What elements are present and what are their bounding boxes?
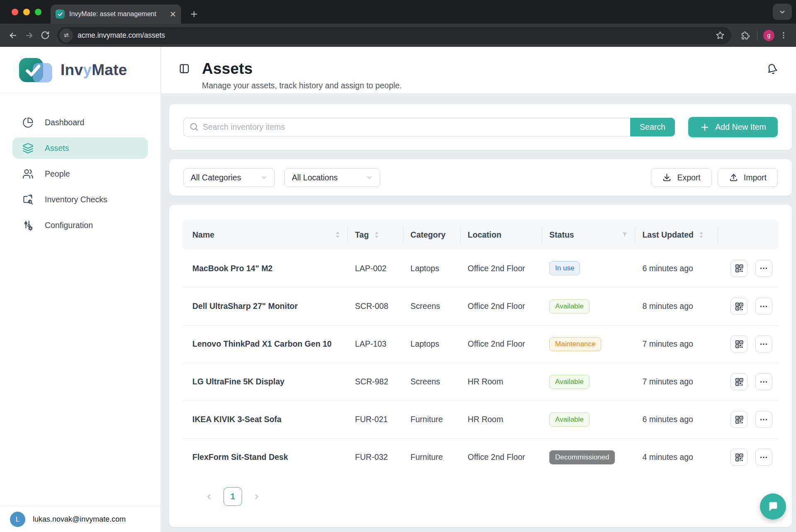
row-menu-button[interactable] [755,411,772,428]
sidebar: InvyMate Dashboard Assets [0,47,161,532]
sidebar-nav: Dashboard Assets People [0,93,160,240]
status-badge: Decommissioned [549,450,615,464]
asset-category: Screens [403,287,460,325]
row-menu-button[interactable] [755,298,772,315]
column-header-location[interactable]: Location [460,220,542,250]
url-bar[interactable]: acme.invymate.com/assets [57,27,731,44]
asset-category: Furniture [403,438,460,476]
extensions-icon[interactable] [739,29,751,41]
notifications-bell-icon[interactable] [765,62,779,76]
page-title: Assets [202,60,402,78]
window-close-button[interactable] [12,9,18,15]
table-row: IKEA KIVIK 3-Seat Sofa FUR-021 Furniture… [182,401,779,438]
filter-funnel-icon[interactable] [621,231,628,238]
search-button[interactable]: Search [630,118,675,136]
ellipsis-icon [759,340,768,349]
reload-icon[interactable] [39,29,51,41]
export-button[interactable]: Export [651,168,711,187]
plus-icon [700,122,710,132]
browser-tab[interactable]: InvyMate: asset management ✕ [51,5,181,24]
ellipsis-icon [759,453,768,462]
ellipsis-icon [759,302,768,311]
table-row: Lenovo ThinkPad X1 Carbon Gen 10 LAP-103… [182,325,779,363]
site-info-icon[interactable] [59,29,73,42]
back-icon[interactable] [7,29,19,42]
ellipsis-icon [759,377,768,386]
row-menu-button[interactable] [755,260,772,277]
asset-location: Office 2nd Floor [460,287,542,325]
qr-code-button[interactable] [730,335,747,352]
window-zoom-button[interactable] [35,9,41,15]
status-badge: Available [549,413,590,427]
browser-toolbar: acme.invymate.com/assets g [0,24,796,47]
add-new-item-button[interactable]: Add New Item [688,117,778,137]
bookmark-star-icon[interactable] [714,29,726,41]
qr-code-icon [735,302,744,311]
chat-widget-button[interactable] [760,493,786,520]
url-text: acme.invymate.com/assets [78,31,714,40]
download-icon [662,173,672,182]
sidebar-item-people[interactable]: People [12,163,148,185]
sort-icon[interactable] [374,231,380,238]
sidebar-item-label: Assets [45,143,69,153]
sidebar-item-inventory-checks[interactable]: Inventory Checks [12,189,148,210]
column-header-tag[interactable]: Tag [347,220,403,250]
sidebar-item-assets[interactable]: Assets [12,137,148,159]
browser-menu-icon[interactable] [778,29,789,41]
browser-tab-strip: InvyMate: asset management ✕ [0,0,796,24]
previous-page-icon[interactable] [205,493,213,501]
sidebar-item-dashboard[interactable]: Dashboard [12,112,148,133]
toolbar-divider [757,30,757,40]
row-menu-button[interactable] [755,449,772,466]
tab-close-icon[interactable]: ✕ [170,10,176,18]
column-header-name[interactable]: Name [182,220,347,250]
column-header-status[interactable]: Status [542,220,635,250]
new-tab-button[interactable] [189,10,199,19]
asset-name: Dell UltraSharp 27" Monitor [182,287,347,325]
sort-icon[interactable] [698,231,704,238]
status-badge: In use [549,261,580,275]
column-header-category[interactable]: Category [403,220,460,250]
asset-last-updated: 8 minutes ago [635,287,718,325]
search-card: Search Add New Item [169,104,792,150]
forward-icon[interactable] [23,29,36,42]
row-menu-button[interactable] [755,373,772,390]
column-header-last-updated[interactable]: Last Updated [635,220,718,250]
category-filter-select[interactable]: All Categories [183,168,275,187]
qr-code-button[interactable] [730,449,747,466]
qr-code-button[interactable] [730,298,747,315]
window-minimize-button[interactable] [23,9,30,15]
tab-favicon-icon [56,10,65,19]
sort-icon[interactable] [335,231,341,238]
page-number-button[interactable]: 1 [223,487,242,506]
window-controls [12,9,41,15]
qr-code-button[interactable] [730,260,747,277]
assets-table-card: Name Tag [169,205,792,527]
profile-avatar[interactable]: g [763,30,774,41]
inventory-check-icon [22,194,34,205]
sidebar-toggle-icon[interactable] [178,63,190,75]
asset-location: Office 2nd Floor [460,325,542,363]
status-badge: Available [549,299,590,313]
qr-code-icon [735,340,744,349]
qr-code-icon [735,264,744,273]
location-filter-select[interactable]: All Locations [284,168,380,187]
asset-name: MacBook Pro 14" M2 [182,250,347,287]
app-logo: InvyMate [0,47,160,93]
next-page-icon[interactable] [252,493,261,501]
import-button[interactable]: Import [718,168,778,187]
assets-table: Name Tag [182,220,779,476]
tab-search-button[interactable] [773,4,792,20]
pagination: 1 [182,476,779,506]
asset-name: LG UltraFine 5K Display [182,363,347,401]
search-input[interactable] [183,118,630,136]
asset-tag: FUR-032 [347,438,403,476]
asset-last-updated: 7 minutes ago [635,325,718,363]
asset-category: Screens [403,363,460,401]
chevron-down-icon [366,174,373,181]
qr-code-button[interactable] [730,373,747,390]
page-header: Assets Manage your assets, track history… [161,47,796,93]
sidebar-item-configuration[interactable]: Configuration [12,214,148,236]
row-menu-button[interactable] [755,335,772,352]
qr-code-button[interactable] [730,411,747,428]
